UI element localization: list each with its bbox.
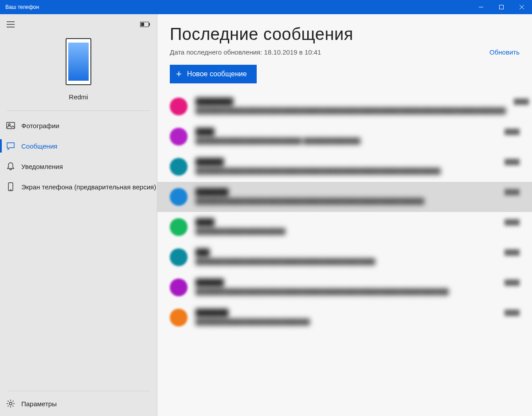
sidebar-item-photos[interactable]: Фотографии	[0, 115, 157, 136]
message-body: ██████████████████████████████ █████████…	[196, 128, 497, 145]
message-sender: ████████	[196, 98, 506, 105]
message-body: ████████████████████████████████████████…	[196, 98, 506, 115]
message-body: ████████████████████████████████████████…	[196, 188, 497, 205]
message-preview: ████████████████████████████████████████…	[196, 167, 497, 175]
message-preview: ████████████████████████████	[196, 318, 497, 326]
message-row[interactable]: ████████████████████████████████████████…	[157, 152, 532, 182]
new-message-button[interactable]: + Новое сообщение	[170, 65, 257, 83]
message-sender: ███████	[196, 188, 497, 196]
message-body: ████████████████████████████████████████…	[196, 248, 497, 266]
avatar	[170, 188, 188, 206]
message-preview: ████████████████████████████████████████…	[196, 107, 506, 115]
message-sender: ███	[196, 248, 497, 256]
svg-point-14	[9, 402, 12, 405]
message-time: ████	[505, 248, 520, 255]
window-controls	[471, 0, 532, 14]
message-sender: ██████	[196, 279, 497, 286]
avatar	[170, 158, 188, 176]
messages-icon	[6, 141, 15, 150]
message-time: ████	[505, 309, 520, 316]
refresh-link[interactable]: Обновить	[489, 48, 520, 56]
maximize-button[interactable]	[491, 0, 512, 14]
message-row[interactable]: ████████████████████████████████████████…	[157, 91, 532, 122]
avatar	[170, 218, 188, 236]
message-row[interactable]: ████████████████████████████████████████…	[157, 242, 532, 272]
message-time: ████	[505, 158, 520, 165]
titlebar: Ваш телефон	[0, 0, 532, 14]
svg-rect-12	[8, 183, 13, 191]
message-body: ████████████████████████████████████████…	[196, 279, 497, 296]
message-sender: ██████	[196, 158, 497, 165]
sidebar-item-label: Уведомления	[21, 163, 63, 170]
message-preview: ██████████████████████████ █████████████…	[196, 137, 497, 145]
message-row[interactable]: ██████████████████████████████ █████████…	[157, 122, 532, 152]
message-body: ████████████████████████████████████████…	[196, 158, 497, 175]
avatar	[170, 279, 188, 296]
svg-rect-8	[141, 23, 144, 26]
message-row[interactable]: ████████████████████████████████████████…	[157, 182, 532, 212]
sidebar-item-label: Фотографии	[21, 122, 59, 130]
message-time: ████	[505, 188, 520, 195]
svg-rect-9	[149, 23, 150, 26]
sidebar: Redmi Фотографии Сообщения Уведомлени	[0, 14, 157, 416]
last-updated-text: Дата последнего обновления: 18.10.2019 в…	[170, 48, 321, 56]
phone-name: Redmi	[69, 93, 88, 101]
phone-preview: Redmi	[0, 35, 157, 107]
bell-icon	[6, 162, 15, 171]
svg-rect-10	[7, 122, 15, 129]
sidebar-item-label: Экран телефона (предварительная версия)	[21, 183, 156, 191]
close-button[interactable]	[512, 0, 532, 14]
message-time: ████	[514, 98, 529, 105]
sidebar-item-messages[interactable]: Сообщения	[0, 136, 157, 156]
svg-rect-1	[500, 5, 504, 9]
message-preview: ████████████████████████████████████████…	[196, 197, 497, 205]
new-message-label: Новое сообщение	[187, 70, 247, 78]
message-preview: ████████████████████████████████████████…	[196, 288, 497, 296]
message-time: ████	[505, 128, 520, 135]
minimize-button[interactable]	[471, 0, 491, 14]
message-sender: ███████	[196, 309, 497, 316]
message-sender: ████	[196, 128, 497, 135]
message-row[interactable]: ████████████████████████████████████████…	[157, 272, 532, 302]
message-list[interactable]: ████████████████████████████████████████…	[157, 91, 532, 416]
divider	[7, 110, 150, 111]
sidebar-item-notifications[interactable]: Уведомления	[0, 156, 157, 177]
message-preview: ██████████████████████	[196, 228, 497, 235]
message-time: ████	[505, 279, 520, 286]
message-body: ██████████████████████████	[196, 218, 497, 235]
message-row[interactable]: ███████████████████████████████████████	[157, 302, 532, 333]
phone-screen-icon	[6, 182, 15, 191]
avatar	[170, 248, 188, 266]
plus-icon: +	[176, 69, 182, 79]
sidebar-nav: Фотографии Сообщения Уведомления Экран т…	[0, 115, 157, 391]
gear-icon	[6, 399, 15, 408]
battery-icon	[140, 22, 150, 27]
page-title: Последние сообщения	[170, 25, 520, 44]
message-preview: ████████████████████████████████████████…	[196, 258, 497, 266]
sidebar-item-settings[interactable]: Параметры	[7, 391, 150, 416]
sidebar-item-label: Параметры	[21, 400, 57, 408]
hamburger-button[interactable]	[4, 17, 18, 31]
avatar	[170, 309, 188, 326]
avatar	[170, 98, 188, 115]
app-title: Ваш телефон	[0, 4, 471, 10]
avatar	[170, 128, 188, 145]
message-time: ████	[505, 218, 520, 225]
photos-icon	[6, 121, 15, 130]
message-sender: ████	[196, 218, 497, 226]
sidebar-item-label: Сообщения	[21, 142, 57, 150]
message-row[interactable]: ██████████████████████████████	[157, 212, 532, 242]
content-area: Последние сообщения Дата последнего обно…	[157, 14, 532, 416]
sidebar-item-phone-screen[interactable]: Экран телефона (предварительная версия)	[0, 177, 157, 197]
phone-device-icon	[66, 38, 91, 85]
message-body: ███████████████████████████████████	[196, 309, 497, 326]
